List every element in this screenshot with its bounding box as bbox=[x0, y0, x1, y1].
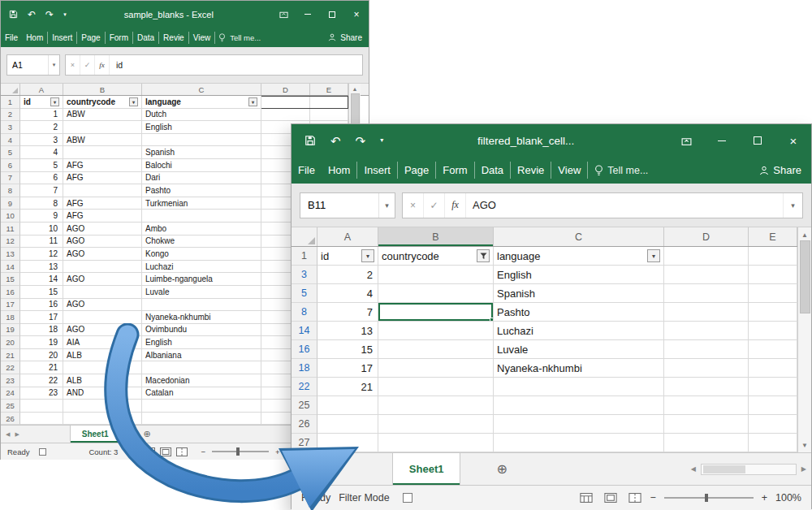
cell-id[interactable]: 2 bbox=[20, 121, 63, 134]
cell-countrycode[interactable] bbox=[63, 121, 142, 134]
row-header[interactable]: 7 bbox=[1, 172, 20, 185]
tab-review[interactable]: Revie bbox=[159, 32, 189, 44]
page-layout-icon[interactable] bbox=[604, 493, 617, 503]
cell-countrycode[interactable]: AIA bbox=[63, 336, 142, 349]
column-header-a[interactable]: A bbox=[20, 84, 63, 95]
zoom-out-button[interactable]: − bbox=[650, 492, 655, 504]
cell-id[interactable]: 3 bbox=[20, 134, 63, 147]
horizontal-scrollbar[interactable]: ◀ ▶ bbox=[691, 464, 806, 475]
new-sheet-button[interactable]: ⊕ bbox=[144, 429, 151, 439]
cell-id[interactable]: 13 bbox=[20, 261, 63, 274]
page-break-preview-icon[interactable] bbox=[176, 447, 188, 456]
row-header[interactable]: 26 bbox=[292, 415, 317, 434]
row-header[interactable]: 24 bbox=[1, 387, 20, 400]
cell[interactable] bbox=[749, 434, 797, 452]
column-header-e[interactable]: E bbox=[749, 227, 797, 246]
cell-language[interactable] bbox=[142, 134, 261, 147]
cell-id[interactable] bbox=[20, 400, 63, 413]
cell-id[interactable]: 18 bbox=[20, 324, 63, 337]
tab-insert[interactable]: Insert bbox=[48, 32, 77, 44]
filter-funnel-icon[interactable] bbox=[477, 249, 490, 262]
cell[interactable] bbox=[664, 434, 749, 452]
cell[interactable] bbox=[749, 359, 797, 378]
cancel-icon[interactable]: × bbox=[66, 55, 80, 75]
tab-file[interactable]: File bbox=[292, 162, 322, 179]
cell[interactable] bbox=[749, 396, 797, 415]
header-cell-id[interactable]: id ▾ bbox=[317, 247, 378, 266]
undo-icon[interactable]: ↶ bbox=[28, 10, 36, 19]
cell-id[interactable]: 8 bbox=[20, 197, 63, 210]
row-header[interactable]: 10 bbox=[1, 210, 20, 223]
cell-language[interactable]: Chokwe bbox=[142, 236, 261, 249]
minimize-button[interactable] bbox=[296, 1, 320, 28]
minimize-button[interactable] bbox=[704, 124, 740, 157]
zoom-slider[interactable] bbox=[664, 497, 754, 499]
row-header[interactable]: 3 bbox=[1, 121, 20, 134]
tell-me-button[interactable]: Tell me... bbox=[218, 33, 261, 42]
cell-id[interactable]: 20 bbox=[20, 349, 63, 362]
cell-language[interactable]: Ambo bbox=[142, 223, 261, 236]
tab-view[interactable]: View bbox=[189, 32, 216, 44]
header-cell-language[interactable]: language ▾ bbox=[494, 247, 664, 266]
cell-countrycode[interactable] bbox=[63, 413, 142, 426]
cell-language[interactable] bbox=[142, 413, 261, 426]
zoom-in-button[interactable]: + bbox=[275, 447, 280, 456]
cell[interactable] bbox=[664, 359, 749, 378]
cell-language[interactable] bbox=[494, 378, 664, 396]
cell[interactable] bbox=[664, 266, 749, 284]
cell-countrycode[interactable]: AGO bbox=[63, 236, 142, 249]
row-header[interactable]: 16 bbox=[292, 340, 317, 359]
page-layout-icon[interactable] bbox=[160, 447, 171, 456]
cell-language[interactable] bbox=[494, 415, 664, 434]
close-button[interactable]: × bbox=[344, 1, 369, 28]
column-header-c[interactable]: C bbox=[142, 84, 261, 95]
scroll-up-icon[interactable]: ▲ bbox=[801, 231, 808, 239]
zoom-in-button[interactable]: + bbox=[762, 492, 767, 504]
share-button[interactable]: Share bbox=[328, 33, 362, 42]
close-button[interactable]: × bbox=[775, 124, 811, 157]
cell-language[interactable]: Luchazi bbox=[142, 261, 261, 274]
row-header[interactable]: 19 bbox=[1, 324, 20, 337]
cell-language[interactable]: Spanish bbox=[142, 146, 261, 159]
tab-formulas[interactable]: Form bbox=[436, 162, 474, 179]
row-header[interactable]: 12 bbox=[1, 236, 20, 249]
cell-id[interactable]: 6 bbox=[20, 172, 63, 185]
cell-language[interactable] bbox=[494, 396, 664, 415]
column-header-d[interactable]: D bbox=[261, 84, 310, 95]
vertical-scrollbar[interactable]: ▲ ▼ bbox=[797, 227, 811, 452]
cell-countrycode[interactable]: AFG bbox=[63, 210, 142, 223]
column-header-e[interactable]: E bbox=[310, 84, 348, 95]
row-header[interactable]: 26 bbox=[1, 413, 20, 426]
row-header[interactable]: 14 bbox=[292, 322, 317, 340]
row-header[interactable]: 25 bbox=[292, 396, 317, 415]
cell[interactable] bbox=[310, 96, 348, 109]
row-header[interactable]: 1 bbox=[292, 247, 317, 266]
tab-page-layout[interactable]: Page bbox=[398, 162, 436, 179]
row-header[interactable]: 11 bbox=[1, 223, 20, 236]
row-header[interactable]: 18 bbox=[1, 311, 20, 324]
row-header[interactable]: 20 bbox=[1, 336, 20, 349]
cell-countrycode[interactable]: ABW bbox=[63, 134, 142, 147]
tab-page-layout[interactable]: Page bbox=[77, 32, 105, 44]
scrollbar-track[interactable] bbox=[701, 464, 797, 475]
scroll-right-icon[interactable]: ▶ bbox=[801, 465, 806, 473]
cell-countrycode[interactable]: AFG bbox=[63, 172, 142, 185]
selected-cell[interactable] bbox=[378, 303, 494, 322]
row-header[interactable]: 27 bbox=[292, 434, 317, 452]
sheet-nav-left-icon[interactable]: ◀ bbox=[300, 465, 305, 473]
filter-dropdown-icon[interactable]: ▾ bbox=[647, 249, 660, 262]
sheet-nav-right-icon[interactable]: ▶ bbox=[312, 465, 317, 473]
cell[interactable] bbox=[664, 378, 749, 396]
macro-record-icon[interactable] bbox=[403, 493, 412, 503]
row-header[interactable]: 5 bbox=[1, 146, 20, 159]
row-header[interactable]: 5 bbox=[292, 284, 317, 303]
row-header[interactable]: 3 bbox=[292, 266, 317, 284]
new-sheet-button[interactable]: ⊕ bbox=[496, 461, 507, 477]
sheet-tab-sheet1[interactable]: Sheet1 bbox=[392, 453, 461, 485]
tab-data[interactable]: Data bbox=[133, 32, 159, 44]
cell-id[interactable]: 15 bbox=[20, 286, 63, 299]
ribbon-display-options-icon[interactable] bbox=[668, 124, 704, 157]
row-header[interactable]: 14 bbox=[1, 261, 20, 274]
cell[interactable] bbox=[749, 303, 797, 322]
scroll-left-icon[interactable]: ◀ bbox=[691, 465, 696, 473]
